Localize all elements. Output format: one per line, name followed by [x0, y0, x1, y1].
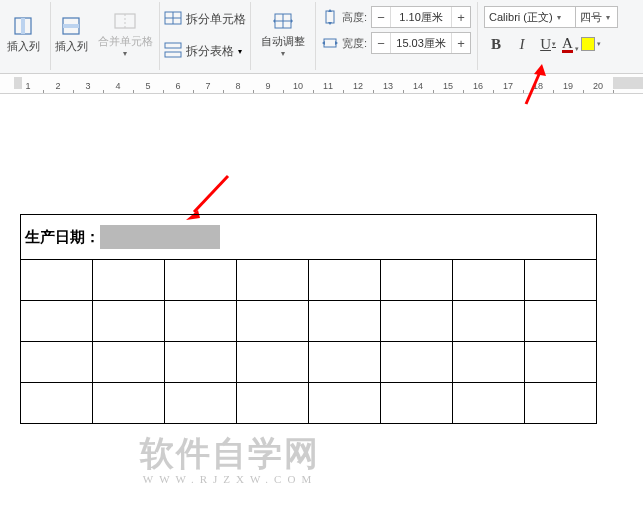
ruler-margin-left [14, 77, 22, 89]
ruler-tick: 12 [353, 81, 363, 91]
document-canvas[interactable]: 生产日期： [0, 94, 643, 515]
split-table-label: 拆分表格 [186, 43, 234, 60]
merge-cells-icon [113, 9, 137, 33]
insert-column-icon [11, 14, 35, 38]
ruler-tick: 14 [413, 81, 423, 91]
width-label: 宽度: [342, 36, 367, 51]
autofit-group: 自动调整 ▾ [251, 2, 316, 70]
horizontal-ruler[interactable]: 1234567891011121314151617181920 [0, 74, 643, 94]
ruler-tick: 10 [293, 81, 303, 91]
table-row[interactable] [21, 342, 597, 383]
width-spinner[interactable]: − 15.03厘米 + [371, 32, 471, 54]
svg-rect-9 [165, 43, 181, 48]
dropdown-icon: ▾ [238, 47, 242, 56]
table-row[interactable] [21, 383, 597, 424]
width-icon [322, 35, 338, 51]
ruler-tick: 8 [235, 81, 240, 91]
font-name-value: Calibri (正文) [489, 10, 553, 25]
insert-row-button[interactable]: 插入列 [51, 2, 91, 62]
font-name-combo[interactable]: Calibri (正文) ▾ [484, 6, 576, 28]
ribbon-toolbar: 插入列 插入列 合并单元格 ▾ 拆分单元格 [0, 0, 643, 74]
merge-cells-button: 合并单元格 ▾ [95, 2, 155, 62]
insert-column-label: 插入列 [7, 40, 40, 53]
insert-column-button[interactable]: 插入列 [0, 2, 46, 62]
height-label: 高度: [342, 10, 367, 25]
ruler-tick: 18 [533, 81, 543, 91]
height-spinner[interactable]: − 1.10厘米 + [371, 6, 471, 28]
width-value[interactable]: 15.03厘米 [390, 33, 452, 53]
ruler-tick: 5 [145, 81, 150, 91]
ruler-tick: 17 [503, 81, 513, 91]
decrease-height-button[interactable]: − [372, 7, 390, 27]
dimensions-group: 高度: − 1.10厘米 + 宽度: − 15.03厘米 + [316, 2, 478, 70]
height-row: 高度: − 1.10厘米 + [322, 6, 471, 28]
svg-line-16 [194, 176, 228, 212]
ruler-tick: 2 [55, 81, 60, 91]
ruler-tick: 4 [115, 81, 120, 91]
font-group: Calibri (正文) ▾ 四号 ▾ B I U▾ A▾ ▾ [478, 2, 618, 70]
watermark-sub: WWW.RJZXW.COM [140, 473, 320, 485]
auto-fit-button[interactable]: 自动调整 ▾ [255, 2, 311, 62]
ruler-tick: 19 [563, 81, 573, 91]
ruler-tick: 1 [25, 81, 30, 91]
auto-fit-label: 自动调整 [261, 35, 305, 48]
ruler-tick: 16 [473, 81, 483, 91]
insert-row-label: 插入列 [55, 40, 88, 53]
split-cells-icon [164, 10, 182, 29]
insert-row-icon [59, 14, 83, 38]
svg-rect-1 [21, 18, 25, 34]
decrease-width-button[interactable]: − [372, 33, 390, 53]
dropdown-icon: ▾ [123, 49, 127, 58]
dropdown-icon: ▾ [281, 49, 285, 58]
table-header-row[interactable]: 生产日期： [21, 215, 597, 260]
split-group: 拆分单元格 拆分表格 ▾ [160, 2, 251, 70]
split-cells-label: 拆分单元格 [186, 11, 246, 28]
width-row: 宽度: − 15.03厘米 + [322, 32, 471, 54]
svg-rect-4 [115, 14, 135, 28]
dropdown-icon: ▾ [606, 13, 610, 22]
bold-button[interactable]: B [484, 32, 508, 56]
document-table[interactable]: 生产日期： [20, 214, 597, 424]
font-color-button[interactable]: A▾ [562, 36, 579, 53]
auto-fit-icon [271, 9, 295, 33]
svg-rect-14 [326, 11, 334, 23]
merge-group: 合并单元格 ▾ [91, 2, 160, 70]
increase-height-button[interactable]: + [452, 7, 470, 27]
split-table-button[interactable]: 拆分表格 ▾ [164, 36, 246, 66]
insert-row-group: 插入列 [51, 2, 91, 70]
underline-button[interactable]: U▾ [536, 32, 560, 56]
table-row[interactable] [21, 301, 597, 342]
header-text: 生产日期： [25, 228, 100, 247]
ruler-tick: 15 [443, 81, 453, 91]
ruler-tick: 3 [85, 81, 90, 91]
ruler-margin-right [613, 77, 643, 89]
svg-rect-10 [165, 52, 181, 57]
ruler-tick: 9 [265, 81, 270, 91]
svg-rect-15 [324, 39, 336, 47]
ruler-tick: 20 [593, 81, 603, 91]
watermark: 软件自学网 WWW.RJZXW.COM [140, 431, 320, 485]
highlight-button[interactable]: ▾ [581, 37, 601, 51]
font-size-combo[interactable]: 四号 ▾ [576, 6, 618, 28]
ruler-tick: 11 [323, 81, 333, 91]
dropdown-icon: ▾ [557, 13, 561, 22]
split-table-icon [164, 42, 182, 61]
table-row[interactable] [21, 260, 597, 301]
highlight-swatch-icon [581, 37, 595, 51]
insert-group: 插入列 [0, 2, 51, 70]
split-cells-button[interactable]: 拆分单元格 [164, 4, 246, 34]
italic-button[interactable]: I [510, 32, 534, 56]
ruler-tick: 13 [383, 81, 393, 91]
height-value[interactable]: 1.10厘米 [390, 7, 452, 27]
merge-cells-label: 合并单元格 [98, 35, 153, 48]
watermark-main: 软件自学网 [140, 435, 320, 472]
font-size-value: 四号 [580, 10, 602, 25]
height-icon [322, 9, 338, 25]
ruler-tick: 7 [205, 81, 210, 91]
svg-rect-3 [63, 24, 79, 28]
ruler-tick: 6 [175, 81, 180, 91]
increase-width-button[interactable]: + [452, 33, 470, 53]
text-selection-highlight[interactable] [100, 225, 220, 249]
